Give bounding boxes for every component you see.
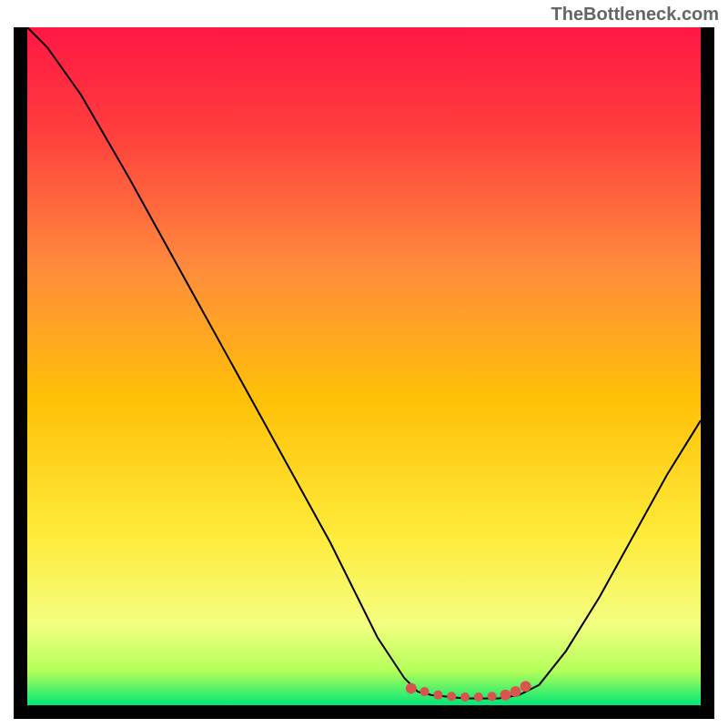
marker-dot (511, 686, 521, 697)
marker-dot (521, 681, 531, 692)
marker-dot (420, 687, 430, 696)
watermark-text: TheBottleneck.com (551, 4, 719, 25)
marker-dot (447, 692, 456, 701)
chart-outer-frame (14, 27, 714, 719)
marker-dot (488, 692, 497, 701)
marker-dot (474, 693, 483, 702)
marker-dot (460, 693, 470, 702)
marker-dot (433, 691, 442, 700)
gradient-background (27, 27, 701, 705)
chart-svg (27, 27, 701, 705)
marker-dot (500, 690, 511, 701)
chart-plot-area (27, 27, 701, 705)
marker-dot (406, 682, 417, 693)
